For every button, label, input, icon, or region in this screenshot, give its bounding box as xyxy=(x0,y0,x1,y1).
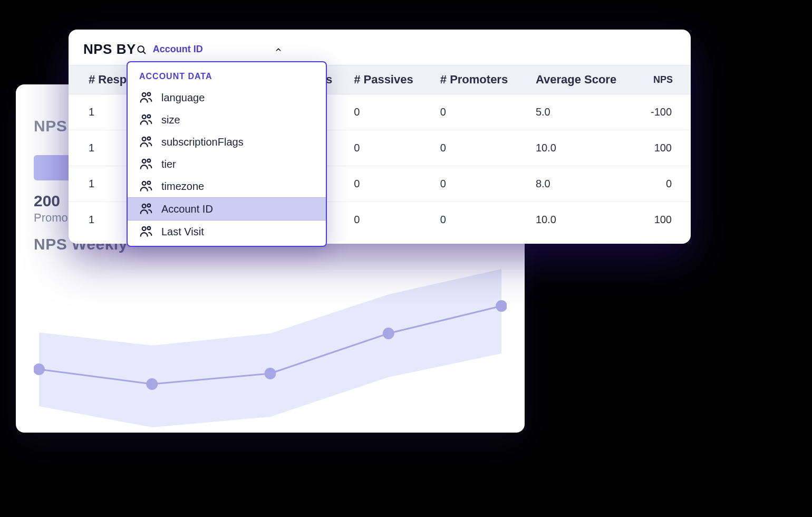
cell-nps: -100 xyxy=(636,94,691,130)
svg-point-14 xyxy=(148,159,151,162)
dropdown-item[interactable]: timezone xyxy=(128,175,326,197)
cell-avg: 8.0 xyxy=(526,166,636,202)
cell-avg: 10.0 xyxy=(526,202,636,238)
people-icon xyxy=(139,157,153,171)
people-icon xyxy=(139,225,153,238)
dropdown-section-label: ACCOUNT DATA xyxy=(128,70,326,87)
dropdown-item-label: Account ID xyxy=(161,203,213,215)
dropdown-item-label: size xyxy=(161,114,180,126)
search-icon xyxy=(136,44,147,55)
col-passives[interactable]: # Passives xyxy=(344,65,431,94)
col-nps[interactable]: NPS xyxy=(636,65,691,94)
col-avg-score[interactable]: Average Score xyxy=(526,65,636,94)
svg-point-0 xyxy=(34,363,45,375)
cell-avg: 5.0 xyxy=(526,94,636,130)
svg-line-6 xyxy=(143,51,145,53)
cell-nps: 100 xyxy=(636,202,691,238)
dropdown-item[interactable]: Account ID xyxy=(128,197,326,221)
col-promoters[interactable]: # Promoters xyxy=(431,65,526,94)
dropdown-item-label: language xyxy=(161,92,205,104)
people-icon xyxy=(139,202,153,216)
cell-passives: 0 xyxy=(344,94,431,130)
svg-point-20 xyxy=(148,227,151,230)
svg-point-16 xyxy=(148,181,151,185)
svg-point-7 xyxy=(142,93,146,97)
svg-point-11 xyxy=(142,137,146,141)
cell-passives: 0 xyxy=(344,130,431,166)
dropdown-item[interactable]: tier xyxy=(128,153,326,175)
nps-weekly-chart xyxy=(34,269,507,438)
cell-passives: 0 xyxy=(344,202,431,238)
svg-point-9 xyxy=(142,115,146,119)
people-icon xyxy=(139,91,153,104)
cell-nps: 100 xyxy=(636,130,691,166)
dropdown-item-label: Last Visit xyxy=(161,226,204,238)
people-icon xyxy=(139,113,153,127)
cell-nps: 0 xyxy=(636,166,691,202)
svg-point-1 xyxy=(146,378,158,390)
people-icon xyxy=(139,135,153,149)
chevron-up-icon[interactable] xyxy=(275,46,282,53)
svg-point-12 xyxy=(148,137,151,140)
cell-avg: 10.0 xyxy=(526,130,636,166)
cell-promoters: 0 xyxy=(431,202,526,238)
svg-point-19 xyxy=(142,227,146,231)
svg-point-15 xyxy=(142,181,146,185)
promoters-pill xyxy=(34,155,73,180)
group-by-dropdown[interactable]: ACCOUNT DATA languagesizesubscriptionFla… xyxy=(127,61,327,247)
svg-point-18 xyxy=(148,204,151,207)
nps-by-prefix: NPS BY xyxy=(83,41,136,58)
cell-passives: 0 xyxy=(344,166,431,202)
svg-point-2 xyxy=(265,368,276,379)
svg-point-13 xyxy=(142,159,146,163)
dropdown-item[interactable]: Last Visit xyxy=(128,221,326,243)
svg-point-4 xyxy=(496,300,507,312)
svg-point-8 xyxy=(148,93,151,96)
people-icon xyxy=(139,179,153,193)
dropdown-item-label: subscriptionFlags xyxy=(161,136,244,148)
cell-promoters: 0 xyxy=(431,94,526,130)
dropdown-item[interactable]: subscriptionFlags xyxy=(128,131,326,153)
svg-point-17 xyxy=(142,204,146,208)
dropdown-item-label: timezone xyxy=(161,180,204,193)
cell-promoters: 0 xyxy=(431,166,526,202)
dropdown-item-label: tier xyxy=(161,158,176,170)
dropdown-item[interactable]: language xyxy=(128,87,326,109)
group-by-selected[interactable]: Account ID xyxy=(153,44,203,55)
svg-point-3 xyxy=(383,328,394,339)
dropdown-item[interactable]: size xyxy=(128,109,326,131)
cell-promoters: 0 xyxy=(431,130,526,166)
svg-point-10 xyxy=(148,115,151,118)
